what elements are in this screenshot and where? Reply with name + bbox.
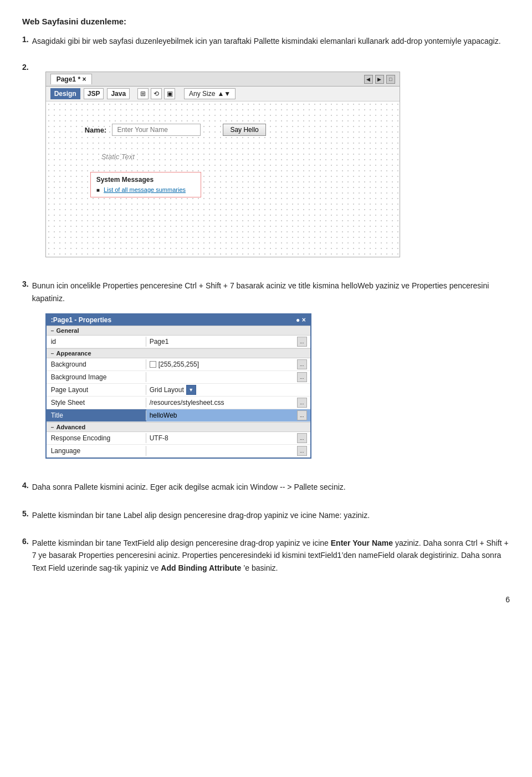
step-4-text: Daha sonra Pallete kismini aciniz. Eger … (32, 481, 346, 493)
props-color-swatch (150, 361, 156, 368)
props-row-style-sheet: Style Sheet /resources/stylesheet.css ..… (47, 397, 310, 409)
ide-toolbar-design[interactable]: Design (50, 88, 80, 99)
step-6-bold-1: Enter Your Name (331, 539, 393, 547)
props-row-title[interactable]: Title helloWeb ... (47, 409, 310, 422)
props-dropdown-page-layout[interactable]: ▼ (186, 385, 196, 395)
ide-name-row: Name: Say Hello (85, 124, 388, 136)
step-5-text: Palette kismindan bir tane Label alip de… (32, 509, 370, 521)
props-val-id: Page1 ... (146, 336, 310, 348)
ide-window: Page1 * × ◀ ▶ □ Design JSP Java ⊞ ⟲ (45, 72, 400, 257)
step-1-number: 1. (22, 35, 29, 52)
props-toggle-advanced: − (51, 424, 54, 430)
props-row-id: id Page1 ... (47, 336, 310, 348)
props-key-style-sheet: Style Sheet (47, 398, 146, 408)
props-row-page-layout: Page Layout Grid Layout ▼ (47, 384, 310, 397)
props-toggle-general: − (51, 328, 54, 334)
props-group-appearance-label: Appearance (57, 350, 91, 357)
step-2-number: 2. (22, 63, 29, 72)
ide-sys-messages-box: System Messages ■ List of all message su… (90, 172, 201, 197)
step-1: 1. Asagidaki gibi bir web sayfasi duzenl… (22, 35, 510, 52)
ide-name-label: Name: (85, 126, 107, 134)
ide-size-box[interactable]: Any Size ▲▼ (184, 88, 236, 99)
props-val-style-sheet-text: /resources/stylesheet.css (150, 399, 224, 407)
ide-sys-messages-link-row: ■ List of all message summaries (96, 186, 195, 194)
props-browse-background[interactable]: ... (297, 359, 307, 369)
props-row-response-encoding: Response Encoding UTF-8 ... (47, 432, 310, 445)
ide-ctrl-btn-1[interactable]: ◀ (364, 75, 373, 84)
props-val-response-encoding-text: UTF-8 (150, 434, 168, 442)
ide-titlebar: Page1 * × ◀ ▶ □ (46, 72, 400, 87)
props-key-id: id (47, 337, 146, 347)
ide-icon-3[interactable]: ▣ (164, 88, 175, 99)
props-row-language: Language ... (47, 445, 310, 458)
props-key-title: Title (47, 410, 146, 420)
ide-bullet-icon: ■ (96, 187, 100, 193)
step-6-text: Palette kismindan bir tane TextField ali… (32, 537, 510, 574)
props-val-response-encoding: UTF-8 ... (146, 432, 310, 444)
step-4-number: 4. (22, 481, 29, 497)
ide-toolbar-jsp[interactable]: JSP (84, 88, 104, 99)
ide-canvas: Name: Say Hello Static Text System Messa… (46, 101, 400, 257)
ide-icon-2[interactable]: ⟲ (151, 88, 162, 99)
props-key-bg-image: Background Image (47, 372, 146, 382)
properties-window: :Page1 - Properties ● × − General id Pag… (45, 313, 311, 459)
props-browse-language[interactable]: ... (297, 446, 307, 456)
props-browse-style-sheet[interactable]: ... (297, 398, 307, 408)
props-browse-title[interactable]: ... (297, 410, 307, 420)
props-val-title: helloWeb ... (146, 409, 310, 421)
step-6-bold-2: Add Binding Attribute (161, 563, 241, 572)
ide-ctrl-btn-3[interactable]: □ (386, 75, 395, 84)
props-group-advanced[interactable]: − Advanced (47, 422, 310, 432)
props-group-general[interactable]: − General (47, 326, 310, 336)
props-val-style-sheet: /resources/stylesheet.css ... (146, 397, 310, 409)
props-group-general-label: General (57, 327, 79, 334)
props-val-language: ... (146, 445, 310, 457)
ide-ctrl-btn-2[interactable]: ▶ (375, 75, 384, 84)
step-2: 2. Page1 * × ◀ ▶ □ Design (22, 63, 510, 268)
props-val-background: [255,255,255] ... (146, 358, 310, 370)
ide-size-label: Any Size (189, 90, 215, 98)
props-val-id-text: Page1 (150, 338, 169, 346)
props-title: :Page1 - Properties (51, 316, 111, 324)
ide-size-arrow: ▲▼ (217, 90, 231, 98)
ide-titlebar-left: Page1 * × (50, 74, 93, 84)
props-row-bg-image: Background Image ... (47, 371, 310, 384)
props-browse-bg-image[interactable]: ... (297, 372, 307, 382)
ide-tab[interactable]: Page1 * × (50, 74, 93, 84)
props-val-bg-image: ... (146, 371, 310, 383)
page-number: 6 (22, 595, 510, 604)
ide-sys-messages-title: System Messages (96, 176, 195, 184)
props-group-appearance[interactable]: − Appearance (47, 348, 310, 358)
step-6-text-3: ’e basiniz. (243, 563, 278, 572)
props-browse-response-encoding[interactable]: ... (297, 433, 307, 443)
props-key-response-encoding: Response Encoding (47, 433, 146, 443)
ide-sys-messages-link[interactable]: List of all message summaries (104, 186, 186, 193)
ide-icon-1[interactable]: ⊞ (137, 88, 149, 99)
ide-toolbar-java[interactable]: Java (107, 88, 130, 99)
props-row-background: Background [255,255,255] ... (47, 358, 310, 371)
step-5: 5. Palette kismindan bir tane Label alip… (22, 509, 510, 526)
props-key-page-layout: Page Layout (47, 385, 146, 395)
step-6-number: 6. (22, 537, 29, 578)
ide-toolbar: Design JSP Java ⊞ ⟲ ▣ Any Size ▲▼ (46, 87, 400, 101)
props-key-background: Background (47, 359, 146, 369)
props-val-page-layout: Grid Layout ▼ (146, 384, 310, 396)
ide-name-input[interactable] (112, 124, 201, 136)
props-close-btn[interactable]: ● × (296, 316, 306, 324)
step-3-number: 3. (22, 280, 29, 288)
ide-titlebar-controls: ◀ ▶ □ (364, 75, 395, 84)
props-body: − General id Page1 ... − Appearance (47, 326, 310, 458)
ide-say-hello-button[interactable]: Say Hello (223, 124, 265, 136)
step-3: 3. Bunun icin oncelikle Properties pence… (22, 280, 510, 470)
step-6: 6. Palette kismindan bir tane TextField … (22, 537, 510, 578)
step-5-number: 5. (22, 509, 29, 526)
props-val-background-text: [255,255,255] (158, 360, 199, 368)
props-key-language: Language (47, 446, 146, 456)
step-3-text: Bunun icin oncelikle Properties penceres… (32, 280, 510, 304)
step-4: 4. Daha sonra Pallete kismini aciniz. Eg… (22, 481, 510, 497)
props-titlebar: :Page1 - Properties ● × (47, 314, 310, 326)
props-group-advanced-label: Advanced (57, 424, 86, 430)
props-browse-id[interactable]: ... (297, 337, 307, 347)
step-6-text-1: Palette kismindan bir tane TextField ali… (32, 539, 329, 547)
ide-static-text: Static Text (101, 153, 388, 161)
